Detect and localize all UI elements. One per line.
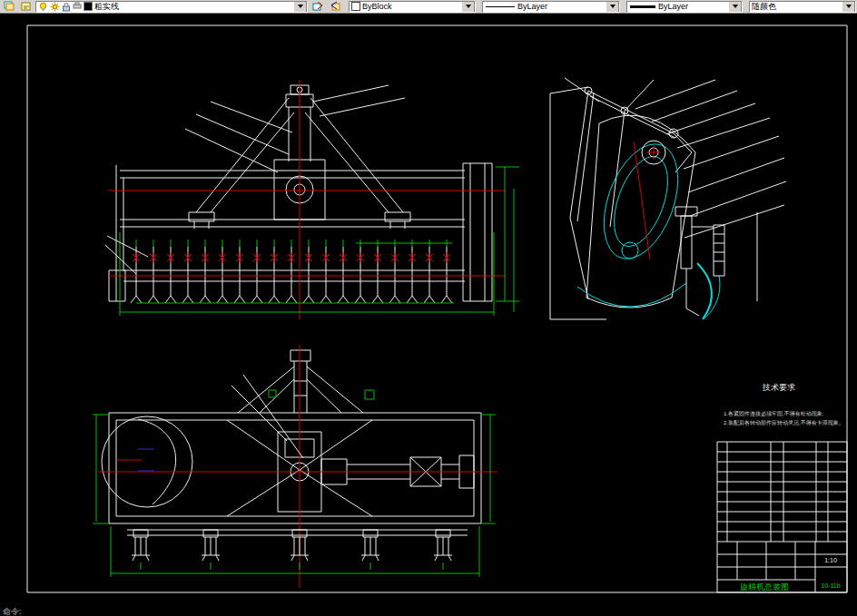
tech-requirements-line2: 2.装配后各转动部件应转动灵活,不得有卡滞现象。	[724, 419, 844, 426]
side-plate-front[interactable]	[463, 163, 492, 301]
linetype-sample-icon	[485, 4, 516, 10]
front-view-dimensions	[120, 167, 519, 316]
tine-row-front[interactable]	[131, 240, 452, 303]
sun-icon	[50, 2, 60, 12]
title-block-scale: 1:10	[824, 557, 837, 563]
title-block-drawing-number: 10-11b	[821, 582, 840, 589]
plan-view[interactable]	[93, 345, 497, 588]
title-block[interactable]: 1:10 旋耕机总装图 10-11b	[717, 442, 847, 592]
layer-previous-icon	[330, 1, 340, 12]
tech-requirements-line1: 1.各紧固件连接必须牢固,不得有松动现象;	[724, 410, 824, 417]
layer-combobox[interactable]: 粗实线	[35, 1, 308, 13]
bearing-block[interactable]	[121, 444, 135, 454]
layer-sheet-icon	[21, 1, 32, 12]
current-lineweight: ByLayer	[658, 2, 688, 11]
lineweight-combobox[interactable]: ByLayer	[626, 1, 743, 13]
layer-states-button[interactable]	[18, 1, 34, 13]
plan-view-leaders	[231, 375, 303, 458]
current-color: ByBlock	[362, 2, 392, 11]
title-block-small-text	[721, 545, 790, 574]
bulb-icon	[38, 2, 48, 12]
color-swatch	[351, 2, 360, 11]
plot-style-combobox[interactable]: 随颜色	[749, 1, 856, 13]
layer-previous-button[interactable]	[327, 1, 342, 13]
lineweight-sample-icon	[629, 4, 656, 10]
layers-icon	[4, 1, 15, 12]
lock-icon	[62, 2, 71, 12]
plot-icon	[73, 2, 82, 11]
layers-properties-toolbar: 粗实线 ByBlock ByLayer	[0, 0, 857, 14]
layer-dropdown-arrow[interactable]	[293, 1, 307, 13]
command-text: 命令:	[3, 607, 22, 616]
tech-requirements-title: 技术要求	[762, 383, 795, 392]
lineweight-dropdown-arrow[interactable]	[728, 1, 742, 13]
color-combobox[interactable]: ByBlock	[349, 1, 476, 13]
depth-adjust-bracket[interactable]	[714, 225, 724, 276]
rear-share-blade[interactable]	[697, 263, 712, 319]
side-view[interactable]	[550, 78, 786, 319]
color-dropdown-arrow[interactable]	[461, 1, 475, 13]
front-view[interactable]	[105, 80, 519, 319]
make-current-icon	[312, 1, 323, 12]
model-space-canvas[interactable]: 技术要求 1.各紧固件连接必须牢固,不得有松动现象; 2.装配后各转动部件应转动…	[0, 0, 857, 616]
current-linetype: ByLayer	[517, 2, 547, 11]
current-plot-style: 随颜色	[752, 1, 776, 13]
tine-clusters-plan[interactable]	[132, 530, 452, 570]
title-block-drawing-name: 旋耕机总装图	[740, 582, 789, 592]
linetype-dropdown-arrow[interactable]	[606, 1, 619, 13]
linetype-combobox[interactable]: ByLayer	[482, 1, 620, 13]
technical-requirements[interactable]: 技术要求 1.各紧固件连接必须牢固,不得有松动现象; 2.装配后各转动部件应转动…	[724, 383, 844, 426]
plot-style-dropdown-arrow[interactable]	[842, 1, 855, 13]
current-layer-name: 粗实线	[94, 1, 119, 13]
layer-color-swatch	[84, 2, 93, 11]
rotor-drum[interactable]	[590, 134, 693, 269]
make-object-layer-current-button[interactable]	[310, 1, 325, 13]
layer-manager-button[interactable]	[1, 1, 16, 13]
